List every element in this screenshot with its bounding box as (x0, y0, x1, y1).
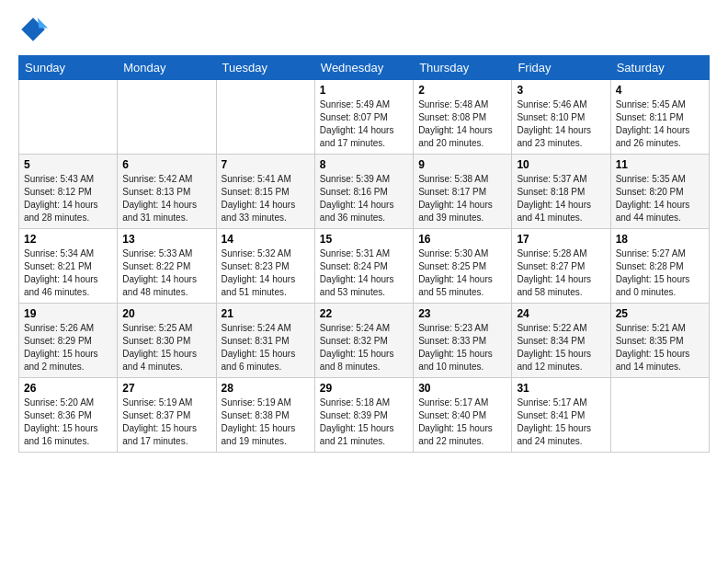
calendar-cell: 13Sunrise: 5:33 AM Sunset: 8:22 PM Dayli… (118, 229, 216, 304)
day-number: 22 (320, 307, 408, 320)
day-number: 5 (24, 158, 112, 171)
calendar-cell: 19Sunrise: 5:26 AM Sunset: 8:29 PM Dayli… (19, 304, 118, 378)
day-number: 14 (222, 233, 310, 246)
calendar-cell: 14Sunrise: 5:32 AM Sunset: 8:23 PM Dayli… (216, 229, 314, 304)
day-number: 8 (320, 158, 408, 171)
day-info: Sunrise: 5:24 AM Sunset: 8:32 PM Dayligh… (320, 322, 408, 373)
calendar-cell: 23Sunrise: 5:23 AM Sunset: 8:33 PM Dayli… (414, 304, 512, 378)
calendar-cell: 1Sunrise: 5:49 AM Sunset: 8:07 PM Daylig… (314, 80, 413, 155)
day-info: Sunrise: 5:21 AM Sunset: 8:35 PM Dayligh… (616, 322, 704, 373)
day-number: 13 (122, 233, 210, 246)
day-info: Sunrise: 5:31 AM Sunset: 8:24 PM Dayligh… (320, 247, 408, 299)
calendar-cell: 4Sunrise: 5:45 AM Sunset: 8:11 PM Daylig… (610, 80, 709, 155)
calendar-week-1: 1Sunrise: 5:49 AM Sunset: 8:07 PM Daylig… (19, 80, 710, 155)
calendar-cell (19, 80, 118, 155)
day-number: 30 (418, 382, 506, 395)
calendar-cell: 7Sunrise: 5:41 AM Sunset: 8:15 PM Daylig… (216, 155, 314, 229)
calendar-cell: 20Sunrise: 5:25 AM Sunset: 8:30 PM Dayli… (118, 304, 216, 378)
calendar-body: 1Sunrise: 5:49 AM Sunset: 8:07 PM Daylig… (19, 80, 710, 453)
calendar-cell (216, 80, 314, 155)
day-header-thursday: Thursday (414, 56, 512, 80)
svg-marker-0 (21, 17, 45, 41)
day-info: Sunrise: 5:46 AM Sunset: 8:10 PM Dayligh… (517, 98, 605, 150)
day-info: Sunrise: 5:37 AM Sunset: 8:18 PM Dayligh… (517, 173, 605, 224)
calendar-cell: 22Sunrise: 5:24 AM Sunset: 8:32 PM Dayli… (314, 304, 413, 378)
day-number: 12 (24, 233, 112, 246)
calendar-cell: 15Sunrise: 5:31 AM Sunset: 8:24 PM Dayli… (314, 229, 413, 304)
calendar-cell: 18Sunrise: 5:27 AM Sunset: 8:28 PM Dayli… (610, 229, 709, 304)
day-info: Sunrise: 5:49 AM Sunset: 8:07 PM Dayligh… (320, 98, 408, 150)
day-info: Sunrise: 5:18 AM Sunset: 8:39 PM Dayligh… (320, 396, 408, 448)
calendar-header-row: SundayMondayTuesdayWednesdayThursdayFrid… (19, 56, 710, 80)
day-info: Sunrise: 5:39 AM Sunset: 8:16 PM Dayligh… (320, 173, 408, 224)
day-info: Sunrise: 5:24 AM Sunset: 8:31 PM Dayligh… (222, 322, 310, 373)
day-info: Sunrise: 5:42 AM Sunset: 8:13 PM Dayligh… (122, 173, 210, 224)
calendar-cell: 8Sunrise: 5:39 AM Sunset: 8:16 PM Daylig… (314, 155, 413, 229)
calendar-cell: 25Sunrise: 5:21 AM Sunset: 8:35 PM Dayli… (610, 304, 709, 378)
calendar-cell: 30Sunrise: 5:17 AM Sunset: 8:40 PM Dayli… (414, 378, 512, 453)
day-number: 16 (418, 233, 506, 246)
day-info: Sunrise: 5:17 AM Sunset: 8:40 PM Dayligh… (418, 396, 506, 448)
day-info: Sunrise: 5:27 AM Sunset: 8:28 PM Dayligh… (616, 247, 704, 299)
day-info: Sunrise: 5:22 AM Sunset: 8:34 PM Dayligh… (517, 322, 605, 373)
svg-marker-1 (38, 17, 48, 28)
day-number: 29 (320, 382, 408, 395)
day-info: Sunrise: 5:19 AM Sunset: 8:38 PM Dayligh… (222, 396, 310, 448)
day-number: 3 (517, 84, 605, 97)
day-number: 25 (616, 307, 704, 320)
day-number: 18 (616, 233, 704, 246)
day-header-saturday: Saturday (610, 56, 709, 80)
day-number: 27 (122, 382, 210, 395)
day-info: Sunrise: 5:45 AM Sunset: 8:11 PM Dayligh… (616, 98, 704, 150)
day-info: Sunrise: 5:25 AM Sunset: 8:30 PM Dayligh… (122, 322, 210, 373)
calendar-cell: 21Sunrise: 5:24 AM Sunset: 8:31 PM Dayli… (216, 304, 314, 378)
day-info: Sunrise: 5:20 AM Sunset: 8:36 PM Dayligh… (24, 396, 112, 448)
calendar-cell: 11Sunrise: 5:35 AM Sunset: 8:20 PM Dayli… (610, 155, 709, 229)
calendar-cell: 6Sunrise: 5:42 AM Sunset: 8:13 PM Daylig… (118, 155, 216, 229)
day-number: 4 (616, 84, 704, 97)
day-number: 24 (517, 307, 605, 320)
calendar-cell: 31Sunrise: 5:17 AM Sunset: 8:41 PM Dayli… (512, 378, 610, 453)
day-header-wednesday: Wednesday (314, 56, 413, 80)
calendar-cell: 28Sunrise: 5:19 AM Sunset: 8:38 PM Dayli… (216, 378, 314, 453)
day-header-tuesday: Tuesday (216, 56, 314, 80)
day-info: Sunrise: 5:41 AM Sunset: 8:15 PM Dayligh… (222, 173, 310, 224)
day-info: Sunrise: 5:34 AM Sunset: 8:21 PM Dayligh… (24, 247, 112, 299)
day-number: 6 (122, 158, 210, 171)
day-number: 19 (24, 307, 112, 320)
header (18, 15, 710, 44)
calendar-week-5: 26Sunrise: 5:20 AM Sunset: 8:36 PM Dayli… (19, 378, 710, 453)
day-info: Sunrise: 5:33 AM Sunset: 8:22 PM Dayligh… (122, 247, 210, 299)
calendar-cell: 9Sunrise: 5:38 AM Sunset: 8:17 PM Daylig… (414, 155, 512, 229)
calendar-cell: 3Sunrise: 5:46 AM Sunset: 8:10 PM Daylig… (512, 80, 610, 155)
day-number: 23 (418, 307, 506, 320)
day-info: Sunrise: 5:43 AM Sunset: 8:12 PM Dayligh… (24, 173, 112, 224)
day-info: Sunrise: 5:17 AM Sunset: 8:41 PM Dayligh… (517, 396, 605, 448)
calendar-table: SundayMondayTuesdayWednesdayThursdayFrid… (18, 55, 710, 453)
calendar-cell: 10Sunrise: 5:37 AM Sunset: 8:18 PM Dayli… (512, 155, 610, 229)
logo-icon (18, 15, 48, 44)
calendar-cell: 26Sunrise: 5:20 AM Sunset: 8:36 PM Dayli… (19, 378, 118, 453)
calendar-cell: 24Sunrise: 5:22 AM Sunset: 8:34 PM Dayli… (512, 304, 610, 378)
day-info: Sunrise: 5:32 AM Sunset: 8:23 PM Dayligh… (222, 247, 310, 299)
day-number: 28 (222, 382, 310, 395)
day-header-friday: Friday (512, 56, 610, 80)
calendar-cell (118, 80, 216, 155)
day-number: 9 (418, 158, 506, 171)
day-info: Sunrise: 5:23 AM Sunset: 8:33 PM Dayligh… (418, 322, 506, 373)
day-number: 11 (616, 158, 704, 171)
calendar-cell: 5Sunrise: 5:43 AM Sunset: 8:12 PM Daylig… (19, 155, 118, 229)
calendar-cell (610, 378, 709, 453)
day-number: 15 (320, 233, 408, 246)
day-info: Sunrise: 5:30 AM Sunset: 8:25 PM Dayligh… (418, 247, 506, 299)
day-number: 7 (222, 158, 310, 171)
calendar-week-3: 12Sunrise: 5:34 AM Sunset: 8:21 PM Dayli… (19, 229, 710, 304)
day-number: 26 (24, 382, 112, 395)
day-number: 1 (320, 84, 408, 97)
page: SundayMondayTuesdayWednesdayThursdayFrid… (0, 0, 728, 462)
calendar-cell: 17Sunrise: 5:28 AM Sunset: 8:27 PM Dayli… (512, 229, 610, 304)
calendar-cell: 12Sunrise: 5:34 AM Sunset: 8:21 PM Dayli… (19, 229, 118, 304)
day-info: Sunrise: 5:26 AM Sunset: 8:29 PM Dayligh… (24, 322, 112, 373)
day-info: Sunrise: 5:28 AM Sunset: 8:27 PM Dayligh… (517, 247, 605, 299)
day-info: Sunrise: 5:48 AM Sunset: 8:08 PM Dayligh… (418, 98, 506, 150)
